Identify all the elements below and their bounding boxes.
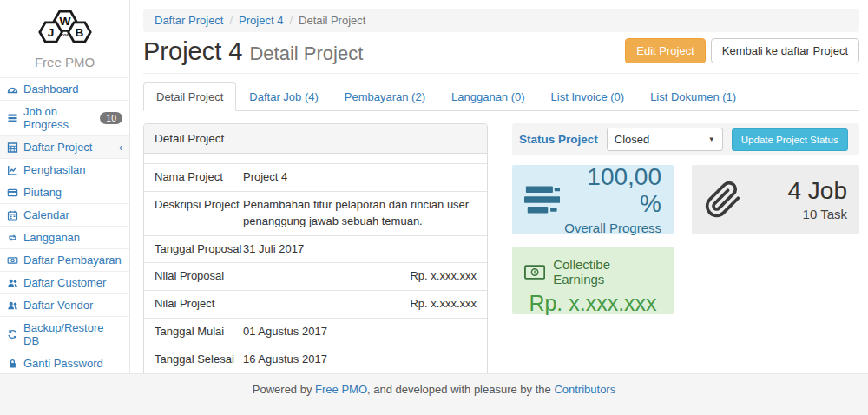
detail-row-nilai-project: Nilai Project Rp. x.xxx.xxx	[144, 290, 487, 318]
tab-bar: Detail Project Daftar Job (4) Pembayaran…	[143, 82, 859, 111]
sidebar-item-penghasilan[interactable]: Penghasilan	[0, 159, 129, 181]
tab-detail-project[interactable]: Detail Project	[143, 82, 236, 111]
panel-title: Detail Project	[144, 124, 487, 154]
paperclip-icon	[704, 180, 742, 220]
svg-text:J: J	[47, 26, 54, 39]
sidebar-item-label: Daftar Customer	[23, 276, 106, 289]
overall-progress-label: Overall Progress	[560, 221, 661, 235]
sidebar-item-label: Daftar Vendor	[23, 299, 93, 312]
detail-row-nilai-proposal: Nilai Proposal Rp. x.xxx.xxx	[144, 262, 487, 290]
selected-status: Closed	[615, 133, 649, 146]
lock-icon	[7, 359, 18, 369]
page-subtitle: Detail Project	[249, 43, 363, 65]
svg-text:W: W	[59, 15, 70, 28]
page-footer: Powered by Free PMO, and developed with …	[0, 373, 868, 415]
tab-langganan[interactable]: Langganan (0)	[438, 82, 538, 111]
sidebar-item-daftar-customer[interactable]: Daftar Customer	[0, 272, 129, 294]
credit-card-icon	[7, 188, 18, 198]
table-icon	[7, 142, 18, 153]
status-project-label: Status Project	[519, 133, 598, 146]
chevron-left-icon: ‹	[119, 142, 122, 153]
overall-progress-value: 100,00 %	[560, 164, 661, 218]
tab-list-invoice[interactable]: List Invoice (0)	[538, 82, 638, 111]
jobs-box: 4 Job 10 Task	[692, 165, 859, 234]
contributors-link[interactable]: Contributors	[554, 383, 615, 396]
overall-progress-box: 100,00 % Overall Progress	[512, 165, 674, 234]
status-project-select[interactable]: Closed ▼	[607, 128, 723, 151]
svg-text:.com: .com	[59, 32, 71, 37]
update-project-status-button[interactable]: Update Project Status	[732, 128, 848, 151]
footer-text-middle: , and developed with pleasure by the	[367, 383, 554, 396]
earnings-value: Rp. x.xxx.xxx	[524, 291, 661, 316]
sidebar-item-label: Calendar	[23, 208, 69, 221]
money-icon	[7, 255, 18, 266]
sidebar-item-daftar-vendor[interactable]: Daftar Vendor	[0, 294, 129, 317]
calendar-icon	[7, 210, 18, 221]
sidebar-item-label: Langganan	[23, 231, 80, 244]
footer-text-prefix: Powered by	[253, 383, 315, 396]
users-icon	[7, 278, 18, 288]
tasks-icon	[7, 113, 18, 123]
sidebar-item-calendar[interactable]: Calendar	[0, 204, 129, 227]
status-project-bar: Status Project Closed ▼ Update Project S…	[512, 123, 859, 155]
breadcrumb-link-project-4[interactable]: Project 4	[239, 14, 283, 27]
banknote-icon	[524, 265, 545, 280]
tasks-icon	[524, 186, 560, 214]
breadcrumb-current: Detail Project	[299, 14, 365, 27]
detail-project-panel: Detail Project Nama Project Project 4 De…	[143, 123, 488, 415]
sidebar-item-label: Daftar Pembayaran	[23, 254, 122, 267]
earnings-label: Collectibe Earnings	[553, 257, 661, 287]
sidebar-item-label: Daftar Project	[23, 141, 92, 154]
detail-row-nama-project: Nama Project Project 4	[144, 163, 487, 191]
retweet-icon	[7, 233, 18, 243]
svg-text:B: B	[75, 26, 83, 39]
sidebar-item-daftar-pembayaran[interactable]: Daftar Pembayaran	[0, 249, 129, 272]
breadcrumb: Daftar Project / Project 4 / Detail Proj…	[143, 9, 859, 32]
breadcrumb-link-daftar-project[interactable]: Daftar Project	[155, 14, 223, 27]
sidebar-item-piutang[interactable]: Piutang	[0, 181, 129, 204]
jwb-logo-icon: W J B .com	[27, 5, 103, 50]
breadcrumb-separator: /	[229, 14, 233, 27]
sidebar-item-label: Dashboard	[23, 82, 79, 96]
caret-down-icon: ▼	[708, 135, 715, 143]
sidebar-item-langganan[interactable]: Langganan	[0, 227, 129, 249]
line-chart-icon	[7, 165, 18, 175]
main-content: Daftar Project / Project 4 / Detail Proj…	[131, 0, 868, 373]
job-count-badge: 10	[100, 112, 122, 125]
dashboard-icon	[7, 84, 18, 95]
collectible-earnings-box: Collectibe Earnings Rp. x.xxx.xxx	[512, 247, 674, 314]
sidebar-item-label: Ganti Password	[23, 357, 103, 370]
sidebar-item-job-on-progress[interactable]: Job on Progress 10	[0, 101, 129, 136]
sidebar-item-label: Penghasilan	[23, 163, 86, 176]
refresh-icon	[7, 329, 18, 339]
tasks-count-label: 10 Task	[788, 207, 848, 221]
sidebar-item-label: Backup/Restore DB	[23, 321, 122, 347]
brand-name: Free PMO	[0, 55, 129, 69]
users-icon	[7, 300, 18, 311]
detail-row-deskripsi-project: Deskripsi Project Penambahan fitur pelap…	[144, 191, 487, 235]
app-logo[interactable]: W J B .com Free PMO	[0, 0, 129, 69]
sidebar-item-daftar-project[interactable]: Daftar Project ‹	[0, 136, 129, 159]
sidebar-item-backup-restore-db[interactable]: Backup/Restore DB	[0, 317, 129, 352]
sidebar-item-label: Job on Progress	[23, 105, 95, 131]
jobs-value: 4 Job	[788, 178, 848, 205]
sidebar-item-ganti-password[interactable]: Ganti Password	[0, 352, 129, 375]
sidebar: W J B .com Free PMO Dashboard Job on Pro…	[0, 0, 130, 373]
edit-project-button[interactable]: Edit Project	[625, 38, 705, 63]
page-title: Project 4	[143, 37, 242, 66]
breadcrumb-separator: /	[289, 14, 293, 27]
page-header: Project 4 Detail Project Edit Project Ke…	[143, 37, 859, 74]
back-to-project-list-button[interactable]: Kembali ke daftar Project	[711, 38, 859, 63]
tab-daftar-job[interactable]: Daftar Job (4)	[236, 82, 331, 111]
tab-list-dokumen[interactable]: List Dokumen (1)	[637, 82, 749, 111]
free-pmo-link[interactable]: Free PMO	[315, 383, 367, 396]
sidebar-item-label: Piutang	[23, 186, 62, 199]
detail-row-tanggal-mulai: Tanggal Mulai 01 Agustus 2017	[144, 318, 487, 346]
detail-row-tanggal-selesai: Tanggal Selesai 16 Agustus 2017	[144, 346, 487, 373]
sidebar-item-dashboard[interactable]: Dashboard	[0, 78, 129, 101]
sidebar-menu: Dashboard Job on Progress 10 Daftar Proj…	[0, 77, 129, 398]
tab-pembayaran[interactable]: Pembayaran (2)	[332, 82, 438, 111]
detail-row-tanggal-proposal: Tanggal Proposal 31 Juli 2017	[144, 235, 487, 263]
